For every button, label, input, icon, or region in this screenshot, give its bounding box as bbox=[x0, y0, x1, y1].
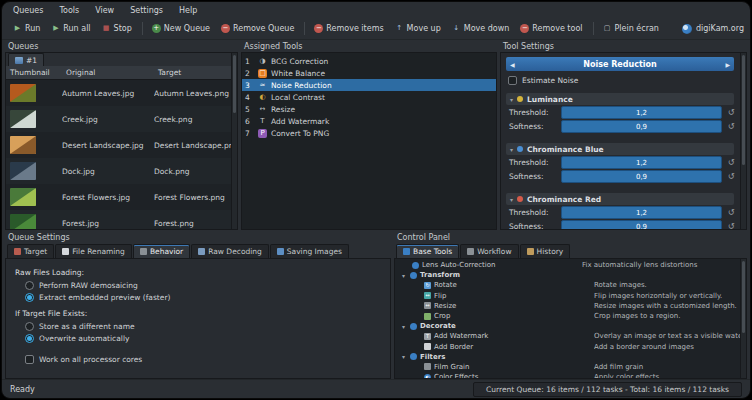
toolbar-button[interactable]: ▢ Plein écran bbox=[593, 22, 664, 35]
tool-settings-nav[interactable]: ◀ Noise Reduction ▶ bbox=[506, 57, 734, 71]
tool-tree-row[interactable]: ▾ Crop Crop images to a region. bbox=[395, 311, 746, 321]
chevron-down-icon[interactable]: ▾ bbox=[400, 353, 407, 360]
assigned-tool-row[interactable]: 2 □ White Balance bbox=[242, 67, 496, 79]
toolbar-button[interactable]: − Remove items bbox=[304, 22, 388, 35]
column-header-thumbnail[interactable]: Thumbnail bbox=[6, 68, 66, 77]
tool-tree-row[interactable]: ▾ Transform bbox=[395, 270, 746, 280]
reset-icon[interactable]: ↺ bbox=[726, 172, 736, 181]
assigned-tool-row[interactable]: 3 ≈ Noise Reduction bbox=[242, 79, 496, 91]
queue-settings-tab[interactable]: Target bbox=[7, 244, 54, 258]
column-header-target[interactable]: Target bbox=[158, 68, 237, 77]
assigned-tool-row[interactable]: 1 ◑ BCG Correction bbox=[242, 55, 496, 67]
menu-item[interactable]: Queues bbox=[11, 5, 45, 16]
tool-settings-scrollbar-thumb[interactable] bbox=[742, 55, 745, 165]
queues-scrollbar[interactable] bbox=[231, 53, 237, 229]
softness-row: Softness: 0,9 ↺ bbox=[506, 170, 736, 183]
option-indicator[interactable] bbox=[25, 281, 34, 290]
tool-tree-row[interactable]: ▾ ↻ Rotate Rotate images. bbox=[395, 280, 746, 290]
tool-tree-row[interactable]: ▾ T Add Watermark Overlay an image or te… bbox=[395, 331, 746, 341]
section-header[interactable]: ▾ Chrominance Blue bbox=[506, 143, 734, 155]
queue-settings-tab[interactable]: Raw Decoding bbox=[191, 244, 269, 258]
softness-slider[interactable]: 0,9 bbox=[561, 220, 722, 230]
original-filename: Forest.jpg bbox=[62, 219, 154, 228]
table-row[interactable]: Autumn Leaves.jpg Autumn Leaves.png bbox=[6, 80, 237, 106]
chevron-down-icon[interactable]: ▾ bbox=[510, 196, 513, 203]
tool-tree-row[interactable]: ▾ Filters bbox=[395, 352, 746, 362]
toolbar-button[interactable]: ■ Stop bbox=[97, 22, 137, 35]
queue-settings-line[interactable]: If Target File Exists: bbox=[15, 307, 381, 320]
toolbar-button[interactable]: ↑ Move up bbox=[390, 22, 446, 35]
reset-icon[interactable]: ↺ bbox=[726, 158, 736, 167]
toolbar-button[interactable]: ▶ Run bbox=[8, 22, 45, 35]
threshold-slider[interactable]: 1,2 bbox=[561, 206, 722, 219]
menu-item[interactable]: Settings bbox=[128, 5, 165, 16]
chevron-down-icon[interactable]: ▾ bbox=[400, 323, 407, 330]
nav-next-icon[interactable]: ▶ bbox=[722, 61, 730, 68]
queue-settings-line[interactable]: Perform RAW demosaicing bbox=[25, 279, 381, 291]
tool-tree-row[interactable]: ▾ Add Border Add a border around images bbox=[395, 342, 746, 352]
option-indicator[interactable] bbox=[25, 355, 34, 364]
queue-tab-1[interactable]: #1 bbox=[8, 53, 44, 66]
queue-settings-tab[interactable]: Behavior bbox=[133, 244, 190, 258]
estimate-noise-checkbox[interactable] bbox=[508, 76, 517, 85]
control-panel-scrollbar[interactable] bbox=[740, 259, 746, 378]
tool-tree-row[interactable]: ▾ Decorate bbox=[395, 321, 746, 331]
toolbar-button[interactable]: ▶ Run all bbox=[46, 22, 95, 35]
tool-tree-row[interactable]: ▾ ↔ Resize Resize images with a customiz… bbox=[395, 301, 746, 311]
assigned-tool-row[interactable]: 6 T Add Watermark bbox=[242, 115, 496, 127]
queue-settings-line[interactable]: Raw Files Loading: bbox=[15, 266, 381, 279]
toolbar-button[interactable]: ↓ Move down bbox=[447, 22, 515, 35]
reset-icon[interactable]: ↺ bbox=[726, 122, 736, 131]
chevron-down-icon[interactable]: ▾ bbox=[510, 146, 513, 153]
tool-tree-row[interactable]: ▾ ↔ Flip Flip images horizontally or ver… bbox=[395, 291, 746, 301]
digikam-brand[interactable]: digiKam.org bbox=[682, 24, 744, 34]
nav-previous-icon[interactable]: ◀ bbox=[510, 61, 518, 68]
tool-tree-row[interactable]: ▾ Film Grain Add film grain bbox=[395, 362, 746, 372]
queue-settings-line[interactable]: Store as a different name bbox=[25, 320, 381, 332]
table-row[interactable]: Desert Landscape.jpg Desert Landscape.pn… bbox=[6, 132, 237, 158]
option-indicator[interactable] bbox=[25, 322, 34, 331]
table-row[interactable]: Dock.jpg Dock.png bbox=[6, 158, 237, 184]
table-row[interactable]: Forest.jpg Forest.png bbox=[6, 210, 237, 229]
control-panel-title: Control Panel bbox=[394, 231, 747, 243]
threshold-slider[interactable]: 1,2 bbox=[561, 156, 722, 169]
control-panel-tab[interactable]: History bbox=[520, 244, 571, 258]
menu-item[interactable]: View bbox=[93, 5, 116, 16]
reset-icon[interactable]: ↺ bbox=[726, 208, 736, 217]
section-header[interactable]: ▾ Chrominance Red bbox=[506, 193, 734, 205]
toolbar-button[interactable]: − Remove Queue bbox=[216, 22, 299, 35]
softness-slider[interactable]: 0,9 bbox=[561, 120, 722, 133]
estimate-noise-row[interactable]: Estimate Noise bbox=[508, 76, 736, 85]
tool-settings-scrollbar[interactable] bbox=[740, 53, 746, 229]
queue-settings-line[interactable]: Extract embedded preview (faster) bbox=[25, 291, 381, 303]
column-header-original[interactable]: Original bbox=[66, 68, 158, 77]
queue-settings-tab[interactable]: File Renaming bbox=[55, 244, 132, 258]
control-panel-tab[interactable]: Base Tools bbox=[396, 244, 459, 258]
menu-item[interactable]: Help bbox=[177, 5, 199, 16]
queue-settings-tab[interactable]: Saving Images bbox=[270, 244, 349, 258]
threshold-slider[interactable]: 1,2 bbox=[561, 106, 722, 119]
chevron-down-icon[interactable]: ▾ bbox=[510, 96, 513, 103]
table-row[interactable]: Creek.jpg Creek.png bbox=[6, 106, 237, 132]
assigned-tool-row[interactable]: 4 ◐ Local Contrast bbox=[242, 91, 496, 103]
tool-tree-row[interactable]: ▾ Lens Auto-Correction Fix automatically… bbox=[395, 260, 746, 270]
queue-settings-line[interactable]: Work on all processor cores bbox=[25, 353, 381, 365]
menu-item[interactable]: Tools bbox=[57, 5, 81, 16]
tool-tree-row[interactable]: ▾ ◐ Color Effects Apply color effects bbox=[395, 372, 746, 379]
chevron-down-icon[interactable]: ▾ bbox=[400, 272, 407, 279]
queues-scrollbar-thumb[interactable] bbox=[233, 55, 236, 113]
control-panel-tab[interactable]: Workflow bbox=[460, 244, 518, 258]
toolbar-button[interactable]: + New Queue bbox=[142, 22, 215, 35]
control-panel-scrollbar-thumb[interactable] bbox=[742, 261, 745, 333]
section-header[interactable]: ▾ Luminance bbox=[506, 93, 734, 105]
option-indicator[interactable] bbox=[25, 334, 34, 343]
reset-icon[interactable]: ↺ bbox=[726, 108, 736, 117]
assigned-tool-row[interactable]: 7 P Convert To PNG bbox=[242, 127, 496, 139]
option-indicator[interactable] bbox=[25, 293, 34, 302]
table-row[interactable]: Forest Flowers.jpg Forest Flowers.png bbox=[6, 184, 237, 210]
assigned-tool-row[interactable]: 5 ↔ Resize bbox=[242, 103, 496, 115]
toolbar-button[interactable]: − Remove tool bbox=[515, 22, 587, 35]
softness-slider[interactable]: 0,9 bbox=[561, 170, 722, 183]
queue-settings-line[interactable]: Overwrite automatically bbox=[25, 332, 381, 344]
reset-icon[interactable]: ↺ bbox=[726, 222, 736, 230]
